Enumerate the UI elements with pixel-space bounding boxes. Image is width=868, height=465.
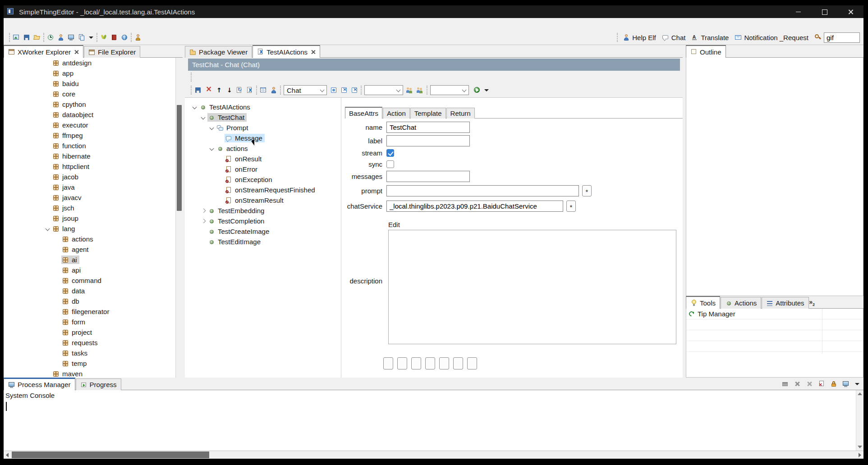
expand-chevron-icon[interactable] — [44, 80, 52, 87]
lock-icon[interactable] — [830, 380, 837, 388]
search-input[interactable] — [824, 32, 860, 43]
expand-chevron-icon[interactable] — [44, 91, 52, 98]
horizontal-scrollbar[interactable] — [4, 451, 863, 459]
chatservice-field[interactable] — [386, 201, 563, 212]
tree-item[interactable]: actions — [4, 234, 175, 244]
thing-type-combo[interactable]: Chat — [284, 85, 327, 95]
tab-outline[interactable]: Outline — [686, 45, 726, 58]
expand-chevron-icon[interactable] — [191, 104, 199, 111]
tree-item[interactable]: function — [4, 141, 175, 151]
table-icon[interactable] — [260, 87, 267, 94]
expand-chevron-icon[interactable] — [199, 218, 207, 225]
tab[interactable]: XWorker Explorer — [4, 45, 83, 58]
win-x-icon[interactable] — [351, 87, 358, 94]
expand-chevron-icon[interactable] — [53, 277, 61, 284]
system-console[interactable]: System Console — [4, 390, 863, 451]
form-tab[interactable]: Return — [446, 108, 475, 119]
tools-tab[interactable]: Actions — [721, 297, 761, 309]
tree-item[interactable]: executor — [4, 120, 175, 130]
tree-item[interactable]: onError — [185, 164, 341, 174]
bottom-tab[interactable]: Progress — [76, 378, 121, 390]
tree-item[interactable]: project — [4, 327, 175, 337]
edit-link[interactable]: Edit — [388, 221, 400, 228]
form-action-button[interactable] — [453, 357, 463, 369]
combo-dropdown-icon[interactable] — [461, 86, 468, 95]
tree-item[interactable]: TestEmbedding — [185, 205, 341, 216]
tree-item[interactable]: antdesign — [4, 58, 175, 68]
expand-chevron-icon[interactable] — [53, 350, 61, 357]
menu-item[interactable] — [41, 23, 52, 25]
expand-chevron-icon[interactable] — [216, 176, 225, 183]
tree-item[interactable]: TestCompletion — [185, 216, 341, 226]
help-elf-button[interactable]: Help Elf — [632, 34, 656, 41]
form-action-button[interactable] — [411, 357, 421, 369]
expand-chevron-icon[interactable] — [44, 194, 52, 201]
user-icon[interactable] — [57, 34, 64, 41]
tree-item[interactable]: agent — [4, 244, 175, 255]
form-action-button[interactable] — [439, 357, 449, 369]
chatservice-picker-button[interactable]: * — [566, 201, 576, 212]
tree-item[interactable]: java — [4, 182, 175, 192]
tree-item[interactable]: Prompt — [185, 123, 341, 133]
save-icon[interactable] — [194, 87, 202, 94]
tree-item[interactable]: TestEditImage — [185, 237, 341, 247]
expand-chevron-icon[interactable] — [53, 287, 61, 295]
tree-item[interactable]: jsch — [4, 203, 175, 213]
expand-chevron-icon[interactable] — [44, 142, 52, 150]
play-icon[interactable] — [473, 87, 481, 94]
up-icon[interactable] — [215, 87, 222, 94]
tree-item[interactable]: jacob — [4, 172, 175, 182]
tree-item[interactable]: core — [4, 89, 175, 99]
prompt-picker-button[interactable]: * — [582, 185, 592, 196]
tree-item[interactable]: app — [4, 68, 175, 78]
notification-button[interactable]: Notification _Request — [744, 34, 808, 41]
scroll-down-icon[interactable] — [858, 446, 862, 448]
expand-chevron-icon[interactable] — [216, 166, 225, 173]
editor-menu-item[interactable] — [241, 76, 253, 78]
combo-2[interactable] — [364, 85, 403, 95]
book-icon[interactable] — [110, 34, 118, 41]
tree-item[interactable]: onResult — [185, 154, 341, 164]
chat-button[interactable]: Chat — [671, 34, 686, 41]
form-action-button[interactable] — [397, 357, 407, 369]
tab[interactable]: TestAIActions — [253, 45, 320, 58]
tree-item[interactable]: TestChat — [185, 112, 341, 123]
expand-chevron-icon[interactable] — [44, 163, 52, 170]
tree-item[interactable]: ffmpeg — [4, 130, 175, 141]
close-button[interactable] — [837, 5, 863, 18]
tree-item[interactable]: api — [4, 265, 175, 275]
x-slash-icon[interactable] — [806, 380, 813, 388]
expand-chevron-icon[interactable] — [53, 329, 61, 336]
tree-item[interactable]: maven — [4, 369, 175, 378]
editor-menu-item[interactable] — [230, 76, 241, 78]
expand-chevron-icon[interactable] — [44, 215, 52, 222]
combo-dropdown-icon[interactable] — [319, 86, 326, 95]
scrollbar-thumb[interactable] — [177, 105, 182, 211]
expand-chevron-icon[interactable] — [216, 187, 225, 194]
tree-item[interactable]: ai — [4, 255, 175, 265]
expand-chevron-icon[interactable] — [53, 319, 61, 326]
tree-item[interactable]: tasks — [4, 348, 175, 358]
label-field[interactable] — [386, 135, 470, 146]
menu-item[interactable] — [29, 23, 41, 25]
maximize-button[interactable] — [811, 5, 837, 18]
left-tree-scrollbar[interactable] — [175, 58, 183, 378]
tools-tab[interactable]: Tools — [686, 296, 720, 309]
tree-item[interactable]: onStreamRequestFinished — [185, 185, 341, 195]
tree-item[interactable]: form — [4, 317, 175, 327]
ppl-add-icon[interactable] — [406, 87, 413, 94]
expand-chevron-icon[interactable] — [44, 70, 52, 77]
expand-chevron-icon[interactable] — [44, 173, 52, 181]
redx-icon[interactable] — [205, 87, 212, 94]
name-field[interactable] — [386, 122, 470, 133]
expand-chevron-icon[interactable] — [44, 153, 52, 160]
tree-item[interactable]: hibernate — [4, 151, 175, 161]
tree-item[interactable]: dataobject — [4, 109, 175, 120]
form-tab[interactable]: BaseAttrs — [345, 107, 382, 119]
tree-item[interactable]: baidu — [4, 78, 175, 89]
expand-chevron-icon[interactable] — [44, 184, 52, 191]
tree-item[interactable]: onException — [185, 174, 341, 185]
expand-chevron-icon[interactable] — [216, 135, 225, 142]
console-vertical-scrollbar[interactable] — [856, 390, 863, 451]
messages-field[interactable] — [386, 171, 470, 182]
